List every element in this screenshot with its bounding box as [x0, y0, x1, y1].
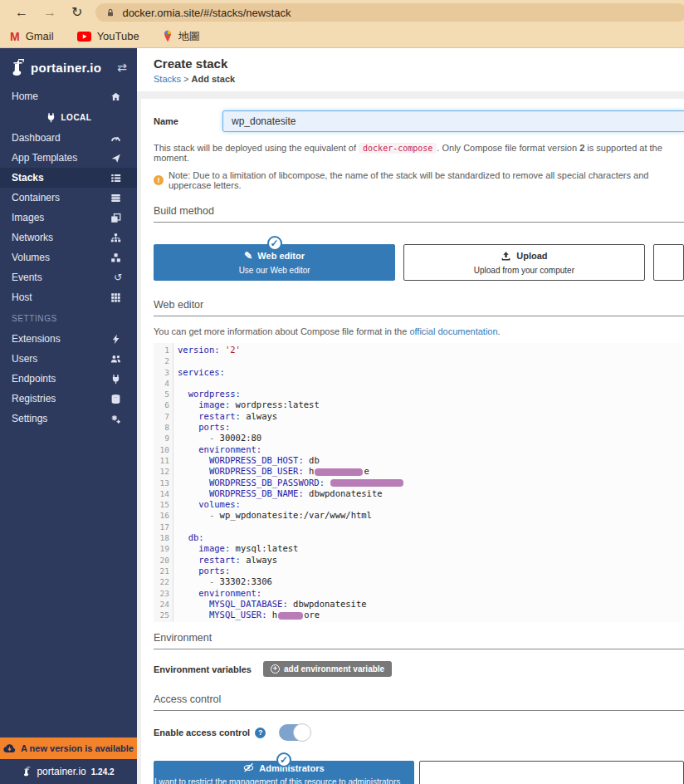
enable-access-control-label: Enable access control: [154, 728, 250, 737]
sidebar-item-registries[interactable]: Registries: [0, 389, 137, 409]
sidebar-item-containers[interactable]: Containers: [0, 188, 137, 208]
add-environment-variable-button[interactable]: + add environment variable: [263, 661, 392, 677]
line-number: 10: [154, 444, 169, 455]
code-line: restart: always: [178, 411, 682, 422]
sidebar-item-volumes[interactable]: Volumes: [0, 247, 137, 267]
forward-icon[interactable]: →: [43, 6, 56, 19]
sidebar-item-extensions[interactable]: Extensions: [0, 329, 137, 349]
sidebar-item-label: Extensions: [12, 333, 110, 345]
endpoint-label: LOCAL: [61, 113, 92, 122]
build-method-repository[interactable]: [653, 244, 684, 281]
sidebar-item-label: Containers: [12, 192, 110, 203]
line-number: 19: [154, 543, 169, 554]
name-label: Name: [154, 116, 222, 126]
sidebar-item-app-templates[interactable]: App Templates: [0, 148, 137, 168]
access-control-title: Access control: [154, 693, 684, 711]
youtube-icon: [77, 32, 91, 42]
build-method-upload[interactable]: UploadUpload from your computer: [403, 244, 644, 281]
sidebar-item-label: App Templates: [12, 152, 110, 164]
code-line: version: '2': [178, 345, 682, 355]
environment-title: Environment: [154, 632, 684, 649]
box-option-label: Web editor: [257, 251, 305, 261]
users-icon: [110, 354, 125, 365]
bookmark-[interactable]: 地圖: [163, 29, 200, 44]
line-number: 14: [154, 488, 169, 499]
line-number: 13: [154, 478, 169, 488]
code-line: image: wordpress:latest: [178, 399, 682, 410]
check-icon: ✓: [276, 752, 291, 767]
libcompose-note: ! Note: Due to a limitation of libcompos…: [154, 170, 684, 190]
browser-chrome: ← → ↻ docker.omia.site/#/stacks/newstack…: [0, 0, 684, 48]
add-environment-variable-label: add environment variable: [284, 664, 384, 674]
line-number: 12: [154, 466, 169, 477]
toggle-knob: [293, 723, 311, 742]
line-number: 15: [154, 499, 169, 510]
code-line: WORDPRESS_DB_HOST: db: [178, 455, 682, 466]
sidebar-item-home[interactable]: Home: [0, 86, 137, 106]
containers-icon: [110, 193, 125, 203]
sidebar-settings-header: SETTINGS: [0, 307, 137, 329]
reload-icon[interactable]: ↻: [71, 6, 82, 19]
sidebar-item-label: Dashboard: [12, 132, 110, 144]
environment-variables-label: Environment variables: [154, 664, 252, 674]
sidebar-item-label: Users: [12, 353, 110, 365]
code-line: image: mysql:latest: [178, 543, 682, 554]
box-option-label: Upload: [516, 251, 547, 261]
line-number: 1: [154, 345, 169, 355]
sidebar-item-settings[interactable]: Settings: [0, 409, 137, 429]
line-number: 11: [154, 455, 169, 466]
sidebar-item-stacks[interactable]: Stacks: [0, 168, 137, 188]
main-content: Create stack Stacks > Add stack Name Thi…: [137, 48, 684, 784]
upload-icon: [501, 251, 511, 262]
stack-name-input[interactable]: [222, 110, 684, 132]
update-banner[interactable]: A new version is available: [0, 737, 137, 759]
code-line: - 30002:80: [178, 433, 682, 443]
sidebar-item-host[interactable]: Host: [0, 287, 137, 307]
registries-icon: [110, 394, 125, 404]
bookmark-label: YouTube: [97, 30, 139, 42]
back-icon[interactable]: ←: [15, 6, 28, 19]
line-number: 9: [154, 433, 169, 443]
build-method-web-editor[interactable]: ✓✎Web editorUse our Web editor: [154, 244, 395, 281]
access-restricted[interactable]: I want to restrict the m: [419, 761, 684, 784]
sidebar-item-images[interactable]: Images: [0, 208, 137, 228]
redaction-scribble: [330, 479, 403, 487]
code-line: restart: always: [178, 555, 682, 566]
bookmarks-bar: MGmailYouTube地圖: [0, 25, 684, 48]
question-icon[interactable]: ?: [255, 728, 266, 738]
box-option-label: Administrators: [259, 763, 324, 773]
cloud-download-icon: [3, 744, 16, 753]
lock-icon: [105, 7, 115, 18]
bookmark-youtube[interactable]: YouTube: [77, 30, 139, 42]
sidebar-item-label: Endpoints: [12, 373, 110, 385]
code-line: ports:: [178, 422, 682, 433]
sidebar-item-networks[interactable]: Networks: [0, 228, 137, 247]
deploy-note-pre: This stack will be deployed using the eq…: [154, 143, 359, 153]
box-option-sublabel: I want to restrict the management of thi…: [154, 777, 413, 784]
compose-info-pre: You can get more information about Compo…: [154, 326, 409, 336]
brand-name: portainer.io: [31, 61, 101, 75]
sidebar-spacer: [0, 429, 137, 737]
breadcrumb-stacks-link[interactable]: Stacks: [154, 74, 181, 84]
form-panel: Name This stack will be deployed using t…: [141, 99, 684, 784]
sidebar-item-users[interactable]: Users: [0, 349, 137, 369]
sidebar-toggle-icon[interactable]: ⇄: [117, 61, 127, 74]
compose-code-editor[interactable]: 1234567891011121314151617181920212223242…: [154, 343, 682, 622]
sidebar-item-events[interactable]: Events↺: [0, 267, 137, 287]
line-number: 21: [154, 566, 169, 576]
official-documentation-link[interactable]: official documentation: [409, 326, 497, 336]
code-line: MYSQL_DATABASE: dbwpdonatesite: [178, 599, 682, 610]
access-administrators[interactable]: ✓AdministratorsI want to restrict the ma…: [154, 761, 414, 784]
editor-line-numbers: 1234567891011121314151617181920212223242…: [154, 343, 173, 622]
address-bar[interactable]: docker.omia.site/#/stacks/newstack: [95, 3, 684, 22]
deploy-note: This stack will be deployed using the eq…: [154, 143, 684, 163]
access-control-toggle[interactable]: [279, 724, 310, 741]
endpoints-icon: [110, 374, 125, 385]
endpoint-selector[interactable]: LOCAL: [0, 106, 137, 128]
sidebar-item-dashboard[interactable]: Dashboard: [0, 128, 137, 148]
bookmark-gmail[interactable]: MGmail: [10, 30, 54, 43]
url-text: docker.omia.site/#/stacks/newstack: [122, 7, 291, 19]
sidebar-item-endpoints[interactable]: Endpoints: [0, 369, 137, 389]
libcompose-note-text: Note: Due to a limitation of libcompose,…: [169, 170, 684, 190]
code-line: db:: [178, 532, 682, 543]
